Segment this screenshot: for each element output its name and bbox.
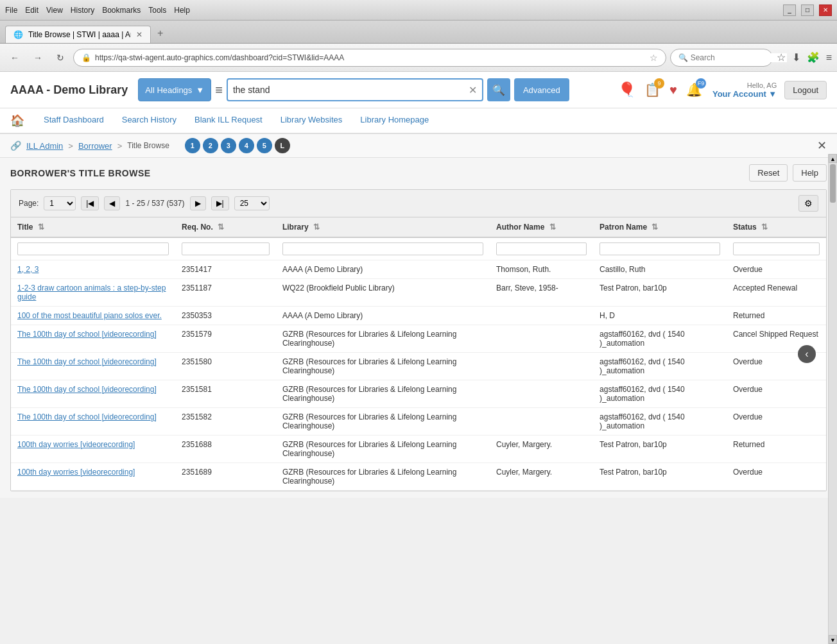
menu-tools[interactable]: Tools: [148, 6, 166, 15]
scroll-up-arrow[interactable]: ▲: [829, 154, 837, 163]
first-page-button[interactable]: |◀: [81, 196, 99, 210]
browser-search-box[interactable]: 🔍: [670, 49, 773, 67]
menu-history[interactable]: History: [71, 6, 94, 15]
title-link[interactable]: 100th day worries [videorecording]: [17, 440, 135, 449]
browser-search-input[interactable]: [691, 53, 787, 62]
col-author[interactable]: Author Name ⇅: [490, 217, 593, 237]
page-title: BORROWER'S TITLE BROWSE: [10, 168, 151, 178]
maximize-button[interactable]: □: [801, 4, 814, 16]
req-no-cell: 2351582: [175, 408, 276, 436]
data-table: Title ⇅ Req. No. ⇅ Library ⇅: [11, 217, 826, 491]
close-button[interactable]: ✕: [819, 4, 832, 16]
browser-menu-icon[interactable]: ≡: [826, 52, 832, 64]
menu-file[interactable]: File: [5, 6, 17, 15]
req-no-cell: 2350353: [175, 307, 276, 325]
col-status[interactable]: Status ⇅: [727, 217, 826, 237]
main-search-input-wrap[interactable]: ✕: [227, 78, 483, 101]
title-link[interactable]: The 100th day of school [videorecording]: [17, 357, 157, 366]
filter-status-input[interactable]: [733, 242, 820, 255]
filter-req-input[interactable]: [182, 242, 270, 255]
url-bar[interactable]: 🔒 ☆: [73, 49, 666, 67]
menu-edit[interactable]: Edit: [25, 6, 39, 15]
page-circle-3[interactable]: 3: [221, 138, 236, 153]
reload-button[interactable]: ↻: [51, 49, 69, 66]
title-link[interactable]: 1, 2, 3: [17, 265, 39, 274]
url-input[interactable]: [95, 53, 646, 62]
scrollbar-thumb[interactable]: [830, 164, 836, 203]
help-button[interactable]: Help: [793, 164, 827, 182]
page-circle-4[interactable]: 4: [239, 138, 254, 153]
status-cell: Overdue: [727, 380, 826, 408]
nav-library-homepage[interactable]: Library Homepage: [351, 108, 438, 133]
browser-menu[interactable]: File Edit View History Bookmarks Tools H…: [5, 6, 190, 15]
filter-library-input[interactable]: [282, 242, 483, 255]
scroll-down-arrow[interactable]: ▼: [829, 635, 837, 644]
title-link[interactable]: The 100th day of school [videorecording]: [17, 412, 157, 421]
reset-button[interactable]: Reset: [749, 164, 788, 182]
page-select[interactable]: 1: [44, 196, 76, 210]
back-button[interactable]: ←: [5, 49, 24, 66]
minimize-button[interactable]: _: [783, 4, 796, 16]
nav-blank-ill-request[interactable]: Blank ILL Request: [186, 108, 272, 133]
search-go-button[interactable]: 🔍: [487, 78, 510, 101]
library-cell: WQ22 (Brookfield Public Library): [276, 279, 490, 307]
search-clear-icon[interactable]: ✕: [469, 84, 477, 96]
title-link[interactable]: The 100th day of school [videorecording]: [17, 330, 157, 339]
logout-button[interactable]: Logout: [784, 81, 827, 99]
col-patron[interactable]: Patron Name ⇅: [593, 217, 727, 237]
breadcrumb-close-button[interactable]: ✕: [817, 139, 827, 153]
page-circle-1[interactable]: 1: [185, 138, 200, 153]
last-page-button[interactable]: ▶|: [211, 196, 229, 210]
download-icon[interactable]: ⬇: [792, 51, 800, 64]
per-page-select[interactable]: 25 50 100: [234, 196, 270, 210]
col-title[interactable]: Title ⇅: [11, 217, 175, 237]
status-cell: Returned: [727, 307, 826, 325]
library-cell: GZRB (Resources for Libraries & Lifelong…: [276, 408, 490, 436]
prev-page-button[interactable]: ◀: [104, 196, 120, 210]
settings-button[interactable]: ⚙: [798, 195, 818, 212]
author-cell: [490, 353, 593, 380]
browser-tab-active[interactable]: 🌐 Title Browse | STWI | aaaa | Auto... ✕: [5, 26, 151, 43]
home-icon[interactable]: 🏠: [10, 114, 24, 128]
star-icon[interactable]: ☆: [650, 53, 658, 63]
your-account-link[interactable]: Your Account ▼: [712, 89, 777, 99]
menu-bookmarks[interactable]: Bookmarks: [102, 6, 141, 15]
page-circle-5[interactable]: 5: [257, 138, 272, 153]
heading-type-select[interactable]: All Headings ▼: [138, 78, 211, 101]
main-search-input[interactable]: [233, 85, 469, 95]
menu-help[interactable]: Help: [174, 6, 190, 15]
title-link[interactable]: The 100th day of school [videorecording]: [17, 385, 157, 394]
heart-icon-wrap[interactable]: ♥: [669, 83, 677, 97]
filter-patron-input[interactable]: [600, 242, 720, 255]
nav-staff-dashboard[interactable]: Staff Dashboard: [35, 108, 113, 133]
table-body: 1, 2, 32351417AAAA (A Demo Library)Thoms…: [11, 260, 826, 491]
sort-arrows-lib: ⇅: [313, 223, 320, 232]
nav-library-websites[interactable]: Library Websites: [272, 108, 352, 133]
bookmark-star-icon[interactable]: ☆: [777, 51, 786, 64]
table-row: The 100th day of school [videorecording]…: [11, 325, 826, 353]
page-circle-2[interactable]: 2: [203, 138, 218, 153]
col-library[interactable]: Library ⇅: [276, 217, 490, 237]
vertical-scrollbar[interactable]: ▲ ▼: [828, 154, 837, 644]
nav-search-history[interactable]: Search History: [113, 108, 186, 133]
menu-view[interactable]: View: [46, 6, 63, 15]
advanced-button[interactable]: Advanced: [514, 78, 569, 101]
title-link[interactable]: 100th day worries [videorecording]: [17, 468, 135, 477]
forward-button[interactable]: →: [28, 49, 47, 66]
page-circle-l[interactable]: L: [275, 138, 290, 153]
add-tab-button[interactable]: +: [151, 24, 169, 43]
title-link[interactable]: 1-2-3 draw cartoon animals : a step-by-s…: [17, 284, 166, 301]
tab-close-icon[interactable]: ✕: [136, 30, 142, 39]
breadcrumb-ill-admin[interactable]: ILL Admin: [26, 141, 63, 151]
breadcrumb-borrower[interactable]: Borrower: [78, 141, 112, 151]
title-link[interactable]: 100 of the most beautiful piano solos ev…: [17, 311, 162, 320]
col-req-no[interactable]: Req. No. ⇅: [175, 217, 276, 237]
scroll-left-button[interactable]: ‹: [798, 345, 816, 363]
extension-icon[interactable]: 🧩: [807, 51, 820, 64]
next-page-button[interactable]: ▶: [190, 196, 206, 210]
list-icon-wrap[interactable]: 📋 9: [644, 82, 660, 97]
filter-title-input[interactable]: [17, 242, 169, 255]
app-nav: 🏠 Staff Dashboard Search History Blank I…: [0, 108, 837, 134]
bell-icon-wrap[interactable]: 🔔 F9: [686, 82, 702, 97]
filter-author-input[interactable]: [496, 242, 587, 255]
